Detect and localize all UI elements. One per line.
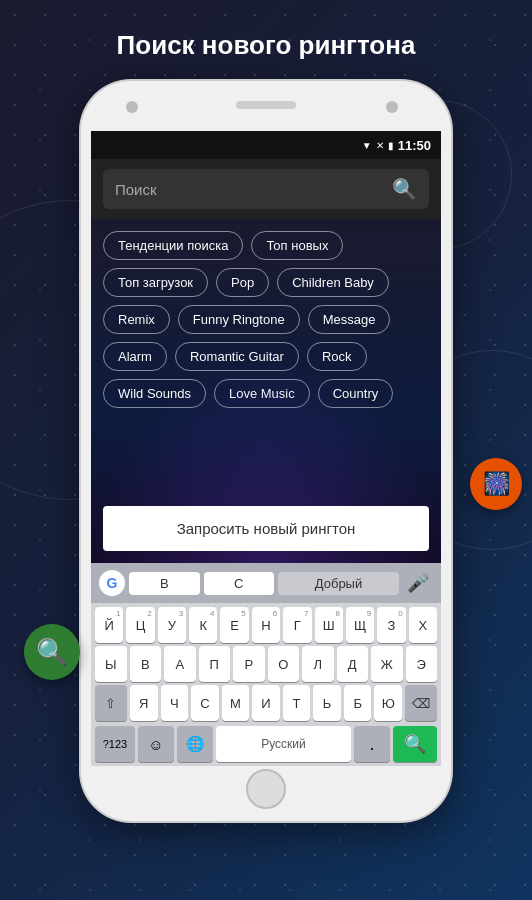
kb-shift-key[interactable]: ⇧ bbox=[95, 685, 127, 721]
request-ringtone-button[interactable]: Запросить новый рингтон bbox=[103, 506, 429, 551]
battery-icon: ▮ bbox=[388, 140, 394, 151]
kb-key-б[interactable]: Б bbox=[344, 685, 372, 721]
kb-suggest-b[interactable]: В bbox=[129, 572, 200, 595]
phone-screen: ▼ ✕ ▮ 11:50 Поиск 🔍 Тенденции поиска Топ… bbox=[91, 131, 441, 766]
tag-row-4: Alarm Romantic Guitar Rock bbox=[103, 342, 429, 371]
kb-key-и[interactable]: И bbox=[252, 685, 280, 721]
fireworks-icon: 🎆 bbox=[483, 471, 510, 497]
kb-suggest-good[interactable]: Добрый bbox=[278, 572, 399, 595]
status-bar: ▼ ✕ ▮ 11:50 bbox=[91, 131, 441, 159]
kb-key-ы[interactable]: Ы bbox=[95, 646, 127, 682]
kb-key-ш[interactable]: 8Ш bbox=[315, 607, 343, 643]
kb-key-в[interactable]: В bbox=[130, 646, 162, 682]
tag-alarm[interactable]: Alarm bbox=[103, 342, 167, 371]
tag-remix[interactable]: Remix bbox=[103, 305, 170, 334]
tag-love-music[interactable]: Love Music bbox=[214, 379, 310, 408]
kb-key-п[interactable]: П bbox=[199, 646, 231, 682]
kb-key-э[interactable]: Э bbox=[406, 646, 438, 682]
phone-speaker bbox=[236, 101, 296, 109]
kb-key-ц[interactable]: 2Ц bbox=[126, 607, 154, 643]
kb-key-к[interactable]: 4К bbox=[189, 607, 217, 643]
google-icon: G bbox=[99, 570, 125, 596]
kb-key-с[interactable]: С bbox=[191, 685, 219, 721]
tag-row-5: Wild Sounds Love Music Country bbox=[103, 379, 429, 408]
kb-key-х[interactable]: Х bbox=[409, 607, 437, 643]
phone-camera-right bbox=[386, 101, 398, 113]
tag-trends[interactable]: Тенденции поиска bbox=[103, 231, 243, 260]
kb-key-щ[interactable]: 9Щ bbox=[346, 607, 374, 643]
tag-country[interactable]: Country bbox=[318, 379, 394, 408]
kb-language-key[interactable]: 🌐 bbox=[177, 726, 213, 762]
float-search-icon: 🔍 bbox=[36, 637, 68, 668]
signal-icon: ✕ bbox=[376, 140, 384, 151]
kb-key-з[interactable]: 0З bbox=[377, 607, 405, 643]
kb-key-р[interactable]: Р bbox=[233, 646, 265, 682]
kb-suggest-c[interactable]: С bbox=[204, 572, 275, 595]
kb-row-2: Ы В А П Р О Л Д Ж Э bbox=[95, 646, 437, 682]
search-submit-icon[interactable]: 🔍 bbox=[392, 177, 417, 201]
float-search-button[interactable]: 🔍 bbox=[24, 624, 80, 680]
tag-top-downloads[interactable]: Топ загрузок bbox=[103, 268, 208, 297]
search-input[interactable]: Поиск bbox=[115, 181, 384, 198]
kb-key-о[interactable]: О bbox=[268, 646, 300, 682]
page-title: Поиск нового рингтона bbox=[117, 30, 416, 61]
phone-home-button[interactable] bbox=[246, 769, 286, 809]
kb-key-м[interactable]: М bbox=[222, 685, 250, 721]
keyboard: G В С Добрый 🎤 1Й 2Ц 3У 4К 5Е 6Н 7Г bbox=[91, 563, 441, 766]
kb-backspace-key[interactable]: ⌫ bbox=[405, 685, 437, 721]
kb-key-н[interactable]: 6Н bbox=[252, 607, 280, 643]
kb-row-1: 1Й 2Ц 3У 4К 5Е 6Н 7Г 8Ш 9Щ 0З Х bbox=[95, 607, 437, 643]
kb-search-enter-key[interactable]: 🔍 bbox=[393, 726, 437, 762]
status-time: 11:50 bbox=[398, 138, 431, 153]
kb-key-т[interactable]: Т bbox=[283, 685, 311, 721]
tag-wild-sounds[interactable]: Wild Sounds bbox=[103, 379, 206, 408]
kb-dot-key[interactable]: . bbox=[354, 726, 390, 762]
kb-key-ю[interactable]: Ю bbox=[374, 685, 402, 721]
kb-key-л[interactable]: Л bbox=[302, 646, 334, 682]
phone-camera-left bbox=[126, 101, 138, 113]
kb-key-д[interactable]: Д bbox=[337, 646, 369, 682]
search-bar[interactable]: Поиск 🔍 bbox=[103, 169, 429, 209]
tag-funny-ringtone[interactable]: Funny Ringtone bbox=[178, 305, 300, 334]
kb-key-й[interactable]: 1Й bbox=[95, 607, 123, 643]
kb-key-ь[interactable]: Ь bbox=[313, 685, 341, 721]
kb-row-3: ⇧ Я Ч С М И Т Ь Б Ю ⌫ bbox=[95, 685, 437, 721]
keyboard-rows: 1Й 2Ц 3У 4К 5Е 6Н 7Г 8Ш 9Щ 0З Х Ы bbox=[91, 603, 441, 726]
phone-frame: ▼ ✕ ▮ 11:50 Поиск 🔍 Тенденции поиска Топ… bbox=[81, 81, 451, 821]
tag-pop[interactable]: Pop bbox=[216, 268, 269, 297]
kb-key-г[interactable]: 7Г bbox=[283, 607, 311, 643]
tag-row-1: Тенденции поиска Топ новых bbox=[103, 231, 429, 260]
search-area: Поиск 🔍 bbox=[91, 159, 441, 219]
tag-rock[interactable]: Rock bbox=[307, 342, 367, 371]
tag-message[interactable]: Message bbox=[308, 305, 391, 334]
kb-bottom-row: ?123 ☺ 🌐 Русский . 🔍 bbox=[91, 726, 441, 766]
tag-row-2: Топ загрузок Pop Children Baby bbox=[103, 268, 429, 297]
wifi-icon: ▼ bbox=[362, 140, 372, 151]
kb-key-ж[interactable]: Ж bbox=[371, 646, 403, 682]
kb-emoji-key[interactable]: ☺ bbox=[138, 726, 174, 762]
kb-key-ч[interactable]: Ч bbox=[161, 685, 189, 721]
kb-numbers-key[interactable]: ?123 bbox=[95, 726, 135, 762]
kb-key-у[interactable]: 3У bbox=[158, 607, 186, 643]
keyboard-toolbar: G В С Добрый 🎤 bbox=[91, 563, 441, 603]
kb-key-а[interactable]: А bbox=[164, 646, 196, 682]
microphone-icon[interactable]: 🎤 bbox=[403, 572, 433, 594]
tag-top-new[interactable]: Топ новых bbox=[251, 231, 343, 260]
kb-space-key[interactable]: Русский bbox=[216, 726, 351, 762]
tag-row-3: Remix Funny Ringtone Message bbox=[103, 305, 429, 334]
kb-key-я[interactable]: Я bbox=[130, 685, 158, 721]
tag-children-baby[interactable]: Children Baby bbox=[277, 268, 389, 297]
tags-area: Тенденции поиска Топ новых Топ загрузок … bbox=[91, 219, 441, 563]
kb-key-е[interactable]: 5Е bbox=[220, 607, 248, 643]
float-fireworks-button[interactable]: 🎆 bbox=[470, 458, 522, 510]
tag-romantic-guitar[interactable]: Romantic Guitar bbox=[175, 342, 299, 371]
